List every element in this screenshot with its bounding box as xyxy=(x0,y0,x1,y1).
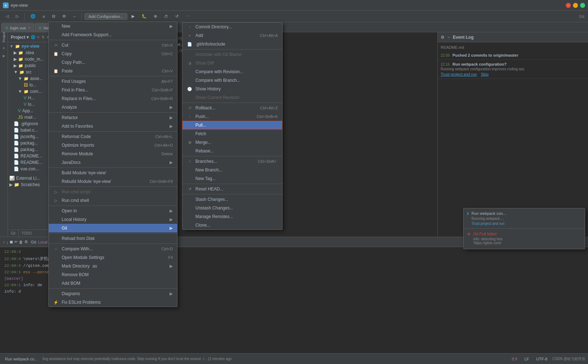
notif-trust-link[interactable]: Trust project and run xyxy=(471,222,506,226)
minus-btn[interactable]: − xyxy=(70,14,78,19)
menu-build-module[interactable]: Build Module 'eye-view' xyxy=(49,169,177,177)
sidebar-nav-btn[interactable]: 🌐 xyxy=(31,35,35,39)
menu-stash[interactable]: Stash Changes... xyxy=(182,195,282,204)
git-tab[interactable]: Git xyxy=(8,230,19,237)
up-arrow-icon[interactable]: ↑ xyxy=(3,240,5,244)
todo-tab[interactable]: TODO xyxy=(19,230,35,237)
branch-status[interactable]: 8:9 xyxy=(509,357,519,361)
menu-fetch[interactable]: Fetch xyxy=(182,129,282,138)
menu-find-usages[interactable]: Find Usages Alt+F7 xyxy=(49,77,177,86)
more-btn[interactable]: ⋯ xyxy=(183,13,193,19)
gear-icon[interactable]: ⚙ xyxy=(441,35,445,40)
project-icon[interactable]: Project xyxy=(1,34,7,40)
stats-icon: 📊 xyxy=(9,176,15,181)
menu-merge[interactable]: ⊕ Merge... xyxy=(182,138,282,147)
menu-rebase[interactable]: Rebase... xyxy=(182,147,282,155)
menu-new[interactable]: New ▶ xyxy=(49,22,177,30)
menu-module-settings[interactable]: Open Module Settings F4 xyxy=(49,253,177,262)
menu-copy[interactable]: 📋 Copy Ctrl+C xyxy=(49,49,177,58)
menu-manage-remotes[interactable]: Manage Remotes... xyxy=(182,212,282,221)
folder-icon: 📁 xyxy=(15,44,20,49)
menu-reformat[interactable]: Reformat Code Ctrl+Alt+L xyxy=(49,132,177,141)
menu-reload-disk[interactable]: Reload from Disk xyxy=(49,234,177,243)
menu-reset-head[interactable]: ↺ Reset HEAD... xyxy=(182,185,282,193)
fav-icon[interactable]: ★ xyxy=(1,53,7,59)
menu-compare-with[interactable]: ↔ Compare With... Ctrl+D xyxy=(49,245,177,253)
menu-new-branch[interactable]: New Branch... xyxy=(182,166,282,174)
menu-add[interactable]: + Add Ctrl+Alt+A xyxy=(182,31,282,40)
menu-cut[interactable]: ✂ Cut Ctrl+X xyxy=(49,41,177,49)
menu-branches[interactable]: ⑂ Branches... Ctrl+Shift+` xyxy=(182,157,282,166)
minimize-btn[interactable]: − xyxy=(573,3,578,8)
menu-compare-branch[interactable]: Compare with Branch... xyxy=(182,76,282,85)
sidebar-sort-btn[interactable]: ⇅ xyxy=(42,35,44,39)
menu-unstash[interactable]: Unstash Changes... xyxy=(182,204,282,212)
lf-status[interactable]: LF xyxy=(522,357,531,361)
menu-commit-dir[interactable]: ↑ Commit Directory... xyxy=(182,23,282,31)
menu-mark-directory[interactable]: Mark Directory as ▶ xyxy=(49,262,177,270)
menu-compare-revision[interactable]: Compare with Revision... xyxy=(182,67,282,76)
skip-link[interactable]: Skip xyxy=(481,72,488,76)
nav-btn[interactable]: 🌐 xyxy=(28,13,38,19)
settings-icon[interactable]: ⚙ xyxy=(24,240,28,244)
structure-btn[interactable]: ≡ xyxy=(40,14,48,19)
js-file-icon: JS xyxy=(18,115,23,120)
refresh-btn[interactable]: ↺ xyxy=(172,13,181,19)
menu-show-history[interactable]: 🕐 Show History xyxy=(182,85,282,93)
menu-diagrams[interactable]: Diagrams ▶ xyxy=(49,289,177,298)
menu-rollback[interactable]: ↺ Rollback... Ctrl+Alt+Z xyxy=(182,104,282,112)
collapse-btn[interactable]: ⊟ xyxy=(49,13,58,19)
menu-clone[interactable]: Clone... xyxy=(182,221,282,230)
edit-icon[interactable]: ✏ xyxy=(14,240,18,244)
menu-refactor[interactable]: Refactor ▶ xyxy=(49,113,177,122)
menu-copy-path[interactable]: Copy Path... xyxy=(49,58,177,67)
minus-icon[interactable]: − xyxy=(447,35,450,40)
profile-btn[interactable]: ⏱ xyxy=(161,14,171,19)
trash-icon[interactable]: 🗑 xyxy=(19,240,23,244)
settings-btn[interactable]: ⚙ xyxy=(60,13,69,19)
trust-link[interactable]: Trust project and run xyxy=(441,72,477,76)
menu-label: Open Module Settings xyxy=(62,255,104,260)
menu-find-in-files[interactable]: Find in Files... Ctrl+Shift+F xyxy=(49,86,177,94)
menu-javadocs[interactable]: JavaDocs ▶ xyxy=(49,158,177,167)
menu-fix-eslint[interactable]: ⚡ Fix ESLint Problems xyxy=(49,298,177,307)
menu-open-in[interactable]: Open In ▶ xyxy=(49,207,177,215)
down-arrow-icon[interactable]: ↓ xyxy=(6,240,9,244)
event-log-entries: README.md 22:09 Pushed 2 commits to orig… xyxy=(438,42,588,80)
back-btn[interactable]: ◁ xyxy=(3,13,11,19)
close-btn[interactable]: × xyxy=(566,3,571,8)
coverage-btn[interactable]: ⊕ xyxy=(151,13,160,19)
menu-replace-in-files[interactable]: Replace in Files... Ctrl+Shift+R xyxy=(49,94,177,103)
menu-paste[interactable]: 📋 Paste Ctrl+V xyxy=(49,67,177,75)
menu-run-cmd-shell[interactable]: ▷ Run cmd shell xyxy=(49,196,177,205)
menu-git[interactable]: Git ▶ xyxy=(49,224,177,232)
maximize-btn[interactable]: + xyxy=(580,3,585,8)
structure-side-icon[interactable]: ≡ xyxy=(1,45,7,51)
run-btn[interactable]: ▶ xyxy=(129,13,137,19)
tab-login-vue[interactable]: V login.vue × xyxy=(1,23,34,32)
menu-new-tag[interactable]: New Tag... xyxy=(182,174,282,183)
sidebar-collapse-btn[interactable]: ≡ xyxy=(37,35,39,39)
stop-icon[interactable]: ◼ xyxy=(10,240,13,244)
charset-status[interactable]: UTF-8 xyxy=(534,357,550,361)
debug-btn[interactable]: 🐛 xyxy=(139,13,150,19)
menu-analyze[interactable]: Analyze ▶ xyxy=(49,103,177,112)
menu-remove-bom[interactable]: Remove BOM xyxy=(49,270,177,279)
menu-remove-module[interactable]: Remove Module Delete xyxy=(49,150,177,158)
run-status[interactable]: Run webpack co... xyxy=(3,357,40,361)
script-icon: ▷ xyxy=(53,190,59,194)
menu-push[interactable]: ↑ Push... Ctrl+Shift+K xyxy=(182,112,282,121)
menu-label: Annotate with Git Blame xyxy=(195,52,242,57)
menu-add-bom[interactable]: Add BOM xyxy=(49,279,177,288)
menu-pull[interactable]: ↓ Pull... xyxy=(182,121,282,129)
menu-add-favorites[interactable]: Add to Favorites ▶ xyxy=(49,122,177,131)
add-configuration-btn[interactable]: Add Configuration... xyxy=(85,13,127,20)
menu-add-framework[interactable]: Add Framework Support... xyxy=(49,30,177,39)
menu-local-history[interactable]: Local History ▶ xyxy=(49,215,177,224)
forward-btn[interactable]: ▷ xyxy=(13,13,22,19)
menu-rebuild-module[interactable]: Rebuild Module 'eye-view' Ctrl+Shift+F9 xyxy=(49,177,177,186)
menu-git-info-exclude[interactable]: 📄 .git/info/exclude xyxy=(182,40,282,48)
project-dropdown[interactable]: Project ▾ xyxy=(11,35,29,40)
tab-close-icon[interactable]: × xyxy=(28,26,30,30)
menu-optimize-imports[interactable]: Optimize Imports Ctrl+Alt+O xyxy=(49,141,177,150)
